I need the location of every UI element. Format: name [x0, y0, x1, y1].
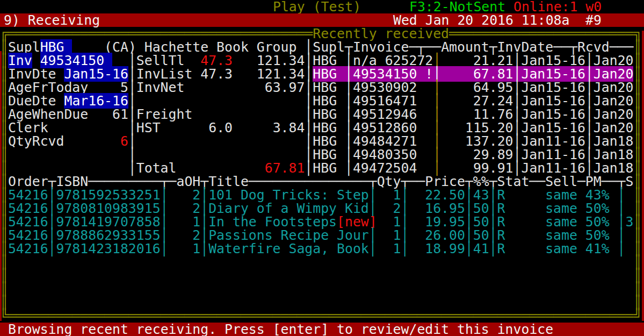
row-agefrtoday: ║AgeFrToday 5│InvNet 63.97│HBG │49530902…	[0, 81, 641, 94]
top-bar: Play (Test) F3:2-NotSent Online:1 w0	[0, 0, 644, 13]
empty-row-4: ║ ║	[0, 296, 641, 309]
row-qtyrcvd: ║QtyRcvd 6│ │HBG │49484271 │ 137.20│Jan1…	[0, 134, 641, 148]
online-status: Online:1 w0	[513, 0, 602, 13]
row-clerk: ║Clerk │HST 6.0 3.84│HBG │49512860 │ 115…	[0, 121, 641, 134]
row-agewhendue: ║AgeWhenDue 61│Freight │HBG │49512946 │ …	[0, 108, 641, 121]
title-bar: 9) Receiving Wed Jan 20 2016 11:08a #9	[0, 13, 644, 27]
left-edge-strip	[0, 51, 2, 321]
row-blank-left: ║ │ │HBG │49480350 │ 29.89│Jan11-16│Jan1…	[0, 148, 641, 161]
box-top-border: ╔══════════════════════════════════════R…	[0, 27, 641, 40]
screen-title: 9) Receiving	[4, 13, 100, 27]
item-row-5: ║54216│9781423182016│ 1│Waterfire Saga, …	[0, 242, 641, 255]
items-header-row: ║Order┬ISBN─────────┬─aOH┬Title─────────…	[0, 175, 641, 188]
status-bar: Browsing recent receiving. Press [enter]…	[0, 323, 644, 336]
row-total: ║ │Total 67.81│HBG │49472504 │ 99.91│Jan…	[0, 161, 641, 175]
empty-row-2: ║ ║	[0, 269, 641, 282]
right-edge-strip	[642, 31, 644, 321]
datetime-label: Wed Jan 20 2016 11:08a	[393, 13, 569, 27]
environment-label: Play (Test)	[273, 0, 361, 13]
terminal-screen: Play (Test) F3:2-NotSent Online:1 w0 9) …	[0, 0, 644, 336]
row-invdte-selected: ║InvDte Jan15-16│InvList 47.3 121.34│HBG…	[0, 67, 641, 81]
row-supplier: ║SuplHBG (CA) Hachette Book Group │Supl┬…	[0, 40, 641, 54]
f3-transmit-status: F3:2-NotSent	[409, 0, 505, 13]
empty-row-1: ║ ║	[0, 255, 641, 269]
item-row-4: ║54216│9788862933155│ 2│Passions Recipe …	[0, 228, 641, 242]
box-bottom-border: ╚═══════════════════════════════════════…	[0, 309, 641, 323]
item-row-1: ║54216│9781592533251│ 2│101 Dog Tricks: …	[0, 188, 641, 202]
row-duedte: ║DueDte Mar16-16│ │HBG │49516471 │ 27.24…	[0, 94, 641, 108]
station-number: #9	[585, 13, 602, 27]
item-row-3: ║54216│9781419707858│ 1│In the Footsteps…	[0, 215, 641, 228]
status-message: Browsing recent receiving. Press [enter]…	[8, 323, 553, 336]
empty-row-3: ║ ║	[0, 282, 641, 296]
item-row-2: ║54216│9780810983915│ 2│Diary of a Wimpy…	[0, 202, 641, 215]
row-inv: ║Inv 49534150 │SellTl 47.3 121.34│HBG │n…	[0, 54, 641, 67]
